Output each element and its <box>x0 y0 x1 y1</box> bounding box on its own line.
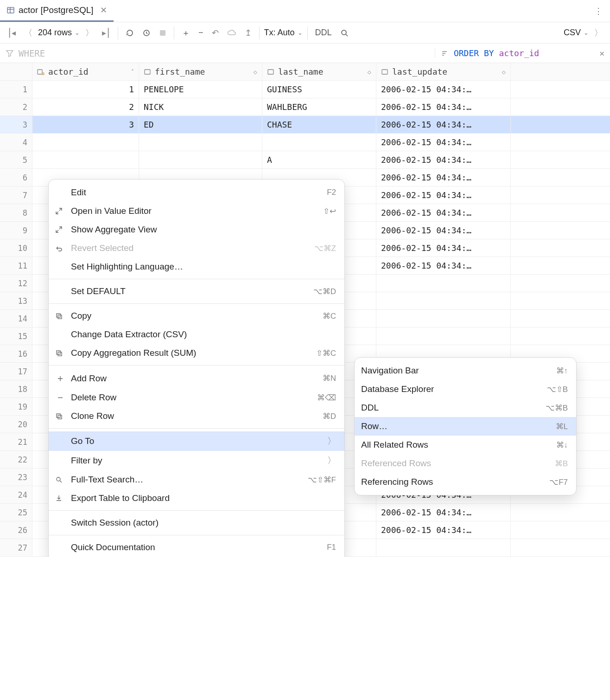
row-count-dropdown[interactable]: 204 rows ⌄ <box>38 28 80 38</box>
cell-last-update[interactable]: 2006-02-15 04:34:… <box>376 98 511 116</box>
column-header-first-name[interactable]: first_name ◇ <box>139 63 262 80</box>
export-format-dropdown[interactable]: CSV ⌄ <box>564 28 589 38</box>
cell-last-update[interactable]: 2006-02-15 04:34:… <box>376 186 511 204</box>
menu-item-quick-documentation[interactable]: Quick DocumentationF1 <box>49 538 344 557</box>
cell-last-update[interactable]: 2006-02-15 04:34:… <box>376 257 511 274</box>
table-row[interactable]: 5A2006-02-15 04:34:… <box>0 151 610 169</box>
cell-actor-id[interactable] <box>32 151 139 168</box>
cell-first-name[interactable]: PENELOPE <box>139 81 262 98</box>
menu-item-delete-row[interactable]: −Delete Row⌘⌫ <box>49 388 344 407</box>
remove-row-icon[interactable]: − <box>196 26 206 39</box>
sort-icon[interactable] <box>441 49 449 58</box>
column-header-actor-id[interactable]: actor_id ˄ <box>32 63 139 80</box>
rollback-icon[interactable]: ↶ <box>209 26 222 40</box>
submenu-item-navigation-bar[interactable]: Navigation Bar⌘↑ <box>355 361 576 380</box>
where-input[interactable]: WHERE <box>19 48 45 58</box>
menu-shortcut: F2 <box>327 188 336 197</box>
cell-actor-id[interactable] <box>32 134 139 151</box>
menu-shortcut: ⌥⌘B <box>546 403 568 413</box>
cell-actor-id[interactable]: 1 <box>32 81 139 98</box>
column-menu-icon[interactable]: ◇ <box>502 68 506 76</box>
submenu-item-row[interactable]: Row…⌘L <box>355 417 576 436</box>
cell-last-update[interactable]: 2006-02-15 04:34:… <box>376 169 511 186</box>
table-row[interactable]: 11PENELOPEGUINESS2006-02-15 04:34:… <box>0 81 610 98</box>
cell-last-name[interactable] <box>262 134 376 151</box>
table-row[interactable]: 33EDCHASE2006-02-15 04:34:… <box>0 116 610 134</box>
cell-last-update[interactable] <box>376 292 511 309</box>
menu-item-show-aggregate-view[interactable]: Show Aggregate View <box>49 220 344 239</box>
column-header-last-name[interactable]: last_name ◇ <box>262 63 376 80</box>
menu-item-copy-aggregation-result-sum[interactable]: Copy Aggregation Result (SUM)⇧⌘C <box>49 344 344 362</box>
cell-last-name[interactable]: GUINESS <box>262 81 376 98</box>
cell-last-update[interactable]: 2006-02-15 04:34:… <box>376 81 511 98</box>
menu-item-filter-by[interactable]: Filter by〉 <box>49 451 344 470</box>
menu-item-go-to[interactable]: Go To〉 <box>49 431 344 451</box>
cell-first-name[interactable]: ED <box>139 116 262 133</box>
table-row[interactable]: 42006-02-15 04:34:… <box>0 134 610 151</box>
column-label: last_name <box>278 67 324 77</box>
cell-last-update[interactable]: 2006-02-15 04:34:… <box>376 521 511 539</box>
cell-last-update[interactable] <box>376 310 511 327</box>
menu-label: Show Aggregate View <box>71 225 330 235</box>
submenu-item-database-explorer[interactable]: Database Explorer⌥⇧B <box>355 380 576 398</box>
menu-item-set-default[interactable]: Set DEFAULT⌥⌘D <box>49 282 344 301</box>
cell-last-update[interactable] <box>376 328 511 345</box>
ddl-button[interactable]: DDL <box>312 28 335 38</box>
column-menu-icon[interactable]: ◇ <box>368 68 371 76</box>
history-icon[interactable] <box>140 27 153 39</box>
cell-first-name[interactable] <box>139 134 262 151</box>
submenu-item-ddl[interactable]: DDL⌥⌘B <box>355 398 576 417</box>
submenu-item-all-related-rows[interactable]: All Related Rows⌘↓ <box>355 436 576 454</box>
cell-first-name[interactable] <box>139 151 262 168</box>
menu-item-copy[interactable]: Copy⌘C <box>49 307 344 325</box>
cell-last-update[interactable]: 2006-02-15 04:34:… <box>376 204 511 221</box>
last-page-icon[interactable]: ▸⎮ <box>99 26 113 40</box>
menu-item-export-table-to-clipboard[interactable]: Export Table to Clipboard <box>49 489 344 507</box>
cell-actor-id[interactable]: 2 <box>32 98 139 116</box>
cell-last-update[interactable]: 2006-02-15 04:34:… <box>376 222 511 239</box>
first-page-icon[interactable]: ⎮◂ <box>5 26 19 40</box>
menu-item-edit[interactable]: EditF2 <box>49 183 344 202</box>
cell-last-update[interactable]: 2006-02-15 04:34:… <box>376 151 511 168</box>
reload-icon[interactable] <box>123 27 137 39</box>
next-page-icon[interactable]: 〉 <box>83 26 96 40</box>
tx-mode-dropdown[interactable]: Tx: Auto ⌄ <box>264 28 303 38</box>
cell-last-update[interactable]: 2006-02-15 04:34:… <box>376 134 511 151</box>
add-row-icon[interactable]: ＋ <box>179 26 193 40</box>
menu-label: Referencing Rows <box>361 477 544 487</box>
menu-item-full-text-search[interactable]: Full-Text Search…⌥⇧⌘F <box>49 470 344 489</box>
prev-page-icon[interactable]: 〈 <box>21 26 35 40</box>
menu-item-add-row[interactable]: ＋Add Row⌘N <box>49 368 344 388</box>
cell-last-update[interactable]: 2006-02-15 04:34:… <box>376 116 511 133</box>
cell-last-update[interactable] <box>376 275 511 292</box>
clear-order-icon[interactable]: ✕ <box>599 48 604 58</box>
search-icon[interactable] <box>337 27 351 39</box>
menu-item-open-in-value-editor[interactable]: Open in Value Editor⇧↩ <box>49 202 344 220</box>
cell-last-update[interactable]: 2006-02-15 04:34:… <box>376 504 511 521</box>
more-icon[interactable]: 〉 <box>591 26 605 40</box>
table-row[interactable]: 22NICKWAHLBERG2006-02-15 04:34:… <box>0 98 610 116</box>
menu-item-clone-row[interactable]: Clone Row⌘D <box>49 407 344 425</box>
menu-item-change-data-extractor-csv[interactable]: Change Data Extractor (CSV) <box>49 325 344 344</box>
stop-icon[interactable] <box>156 27 169 39</box>
cell-last-name[interactable]: CHASE <box>262 116 376 133</box>
cell-last-update[interactable] <box>376 539 511 556</box>
cell-last-update[interactable]: 2006-02-15 04:34:… <box>376 239 511 257</box>
column-menu-icon[interactable]: ◇ <box>254 68 257 76</box>
menu-item-set-highlighting-language[interactable]: Set Highlighting Language… <box>49 257 344 276</box>
menu-item-switch-session-actor[interactable]: Switch Session (actor) <box>49 514 344 532</box>
tab-actor[interactable]: actor [PostgreSQL] ✕ <box>0 0 114 22</box>
close-icon[interactable]: ✕ <box>100 5 107 15</box>
key-column-icon <box>37 68 44 76</box>
commit-cloud-icon[interactable] <box>224 27 239 39</box>
column-header-last-update[interactable]: last_update ◇ <box>376 63 511 80</box>
menu-shortcut: ⌘⌫ <box>317 393 336 403</box>
submit-icon[interactable]: ↥ <box>242 26 254 40</box>
cell-last-name[interactable]: A <box>262 151 376 168</box>
cell-last-name[interactable]: WAHLBERG <box>262 98 376 116</box>
filter-icon[interactable] <box>6 49 14 58</box>
cell-actor-id[interactable]: 3 <box>32 116 139 133</box>
submenu-item-referencing-rows[interactable]: Referencing Rows⌥F7 <box>355 473 576 491</box>
cell-first-name[interactable]: NICK <box>139 98 262 116</box>
tab-overflow-icon[interactable]: ⋮ <box>587 6 610 16</box>
